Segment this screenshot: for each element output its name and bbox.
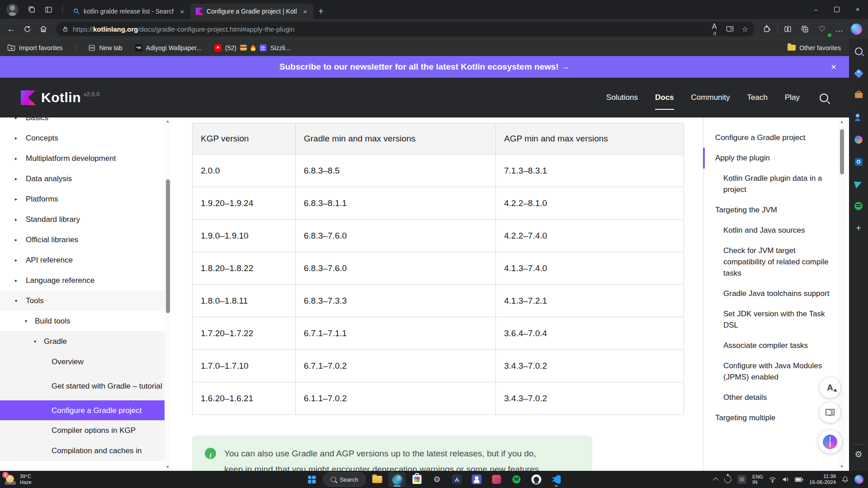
toc-set-jdk-version-task-dsl[interactable]: Set JDK version with the Task DSL	[723, 308, 835, 331]
caret-icon[interactable]: ▸	[15, 176, 17, 181]
taskbar-app-2-button[interactable]	[488, 472, 505, 487]
toc-apply-the-plugin[interactable]: Apply the plugin	[715, 152, 835, 164]
volume-icon[interactable]	[782, 476, 789, 483]
kotlin-brand[interactable]: Kotlin	[41, 90, 81, 105]
hidden-icons-chevron[interactable]	[713, 477, 719, 483]
toc-other-details[interactable]: Other details	[723, 392, 835, 403]
edge-taskbar-button[interactable]	[389, 472, 406, 487]
import-favorites-button[interactable]: Import favorites	[7, 44, 62, 52]
nav-teach[interactable]: Teach	[747, 93, 768, 102]
extensions-button[interactable]	[759, 21, 775, 37]
reading-mode-button[interactable]	[820, 402, 840, 423]
sidebar-tools-button[interactable]	[854, 90, 863, 100]
sidebar-m365-button[interactable]	[854, 113, 863, 122]
window-minimize-button[interactable]: –	[806, 0, 826, 19]
url-text[interactable]: https://kotlinlang.org/docs/gradle-confi…	[73, 25, 707, 33]
refresh-button[interactable]	[19, 21, 35, 37]
sidebar-item-platforms[interactable]: ▸Platforms	[0, 189, 165, 209]
caret-icon[interactable]: ▸	[15, 217, 17, 222]
caret-icon[interactable]: ▸	[15, 136, 17, 141]
page-scrollbar[interactable]: ▲ ▼	[838, 117, 845, 471]
toc-check-jvm-target-compatibility[interactable]: Check for JVM target compatibility of re…	[723, 245, 835, 279]
toc-gradle-java-toolchains[interactable]: Gradle Java toolchains support	[723, 288, 835, 299]
sidebar-spotify-button[interactable]	[854, 201, 863, 211]
toc-configure-jpms[interactable]: Configure with Java Modules (JPMS) enabl…	[723, 360, 835, 383]
sidebar-scrollbar-thumb[interactable]	[166, 179, 170, 313]
sidebar-item-build-tools[interactable]: ▾Build tools	[0, 311, 165, 331]
toc-configure-gradle-project[interactable]: Configure a Gradle project	[715, 132, 835, 143]
favorite-star-button[interactable]: ☆	[737, 23, 753, 35]
nav-play[interactable]: Play	[785, 93, 800, 102]
other-favorites-button[interactable]: Other favorites	[788, 44, 841, 52]
immersive-reader-button[interactable]	[722, 23, 737, 35]
sidebar-item-official-libraries[interactable]: ▸Official libraries	[0, 230, 165, 250]
back-button[interactable]: ←	[3, 21, 19, 37]
nav-solutions[interactable]: Solutions	[606, 93, 638, 102]
sidebar-item-overview[interactable]: Overview	[0, 352, 165, 372]
newsletter-banner-text[interactable]: Subscribe to our newsletter for all the …	[279, 62, 570, 72]
caret-icon[interactable]: ▸	[15, 197, 17, 202]
sidebar-search-button[interactable]	[854, 46, 863, 56]
scroll-up-icon[interactable]: ▲	[838, 120, 845, 124]
toc-associate-compiler-tasks[interactable]: Associate compiler tasks	[723, 340, 835, 351]
banner-close-icon[interactable]: ×	[831, 61, 836, 72]
toc-targeting-the-jvm[interactable]: Targeting the JVM	[715, 204, 835, 216]
sidebar-item-multiplatform[interactable]: ▸Multiplatform development	[0, 148, 165, 169]
sidebar-item-tools[interactable]: ▾Tools	[0, 291, 165, 311]
notifications-bell-icon[interactable]	[842, 476, 849, 483]
kotlin-logo-icon[interactable]	[21, 90, 36, 105]
sidebar-add-button[interactable]: +	[854, 223, 863, 233]
sidebar-item-concepts[interactable]: ▸Concepts	[0, 128, 165, 148]
sidebar-item-gradle[interactable]: ▾Gradle	[0, 331, 165, 352]
new-tab-button[interactable]: +	[313, 4, 329, 19]
browser-essentials-button[interactable]: ♡	[814, 21, 830, 37]
browser-tab-search[interactable]: kotlin gralde release list - Search ×	[67, 4, 190, 19]
browser-tab-kotlin[interactable]: Configure a Gradle project | Kotli ×	[190, 4, 313, 19]
microsoft-store-button[interactable]	[409, 472, 426, 487]
nav-docs[interactable]: Docs	[655, 93, 674, 102]
sidebar-outlook-button[interactable]: O	[854, 157, 863, 167]
sidebar-item-compiler-options[interactable]: Compiler options in KGP	[0, 420, 165, 441]
vscode-button[interactable]	[548, 472, 565, 487]
translate-page-button[interactable]: A	[820, 377, 840, 398]
wifi-icon[interactable]	[769, 477, 776, 483]
window-close-button[interactable]: ×	[847, 0, 868, 19]
taskbar-app-1-button[interactable]	[448, 472, 466, 487]
copilot-button[interactable]	[848, 21, 864, 37]
sidebar-item-configure-gradle-project[interactable]: Configure a Gradle project	[0, 400, 165, 420]
caret-icon[interactable]: ▾	[25, 319, 27, 324]
sidebar-scrollbar[interactable]: ▲ ▼	[165, 117, 171, 471]
github-button[interactable]	[528, 472, 545, 487]
tab-actions-icon[interactable]	[45, 6, 52, 14]
caret-icon[interactable]: ▸	[15, 278, 17, 283]
sidebar-settings-button[interactable]: ⚙	[854, 449, 863, 459]
read-aloud-button[interactable]: A	[707, 23, 722, 35]
sidebar-shopping-button[interactable]	[854, 68, 863, 78]
tab-close-icon[interactable]: ×	[178, 8, 187, 15]
settings-button[interactable]: ⚙	[429, 472, 446, 487]
language-indicator[interactable]: ENG IN	[752, 474, 763, 485]
sidebar-drop-button[interactable]	[854, 179, 863, 189]
caret-icon[interactable]: ▾	[34, 339, 36, 344]
nav-community[interactable]: Community	[691, 93, 730, 102]
favorite-youtube-sizzli[interactable]: (52) Sizzli...	[214, 44, 290, 52]
sidebar-item-compilation-caches[interactable]: Compilation and caches in	[0, 441, 165, 461]
settings-more-button[interactable]: …	[831, 21, 847, 37]
sidebar-item-api-reference[interactable]: ▸API reference	[0, 250, 165, 270]
workspaces-icon[interactable]	[28, 5, 36, 14]
taskbar-weather-widget[interactable]: 1 39°C Haze	[5, 474, 32, 485]
spotify-button[interactable]	[508, 472, 525, 487]
site-search-icon[interactable]	[820, 94, 828, 102]
file-explorer-button[interactable]	[369, 472, 386, 487]
profile-avatar[interactable]	[6, 4, 19, 16]
sidebar-item-data-analysis[interactable]: ▸Data analysis	[0, 169, 165, 189]
favorite-new-tab[interactable]: New tab	[88, 44, 122, 52]
scroll-down-icon[interactable]: ▼	[165, 465, 171, 469]
home-button[interactable]	[35, 21, 52, 37]
taskbar-search[interactable]: Search	[323, 472, 366, 487]
sync-tray-icon[interactable]	[723, 474, 733, 484]
tab-close-icon[interactable]: ×	[301, 8, 310, 15]
ai-assistant-button[interactable]	[818, 430, 842, 454]
clock-widget[interactable]: 11:39 16-06-2024	[809, 474, 836, 485]
tray-app-icon[interactable]	[737, 475, 746, 484]
